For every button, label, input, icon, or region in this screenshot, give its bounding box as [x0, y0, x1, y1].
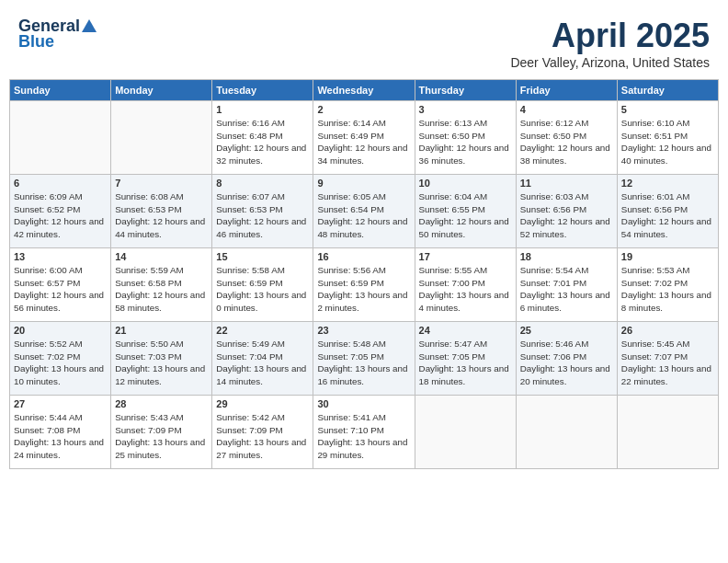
day-number: 25 [520, 325, 613, 336]
table-row: 17Sunrise: 5:55 AM Sunset: 7:00 PM Dayli… [415, 248, 516, 322]
table-row: 7Sunrise: 6:08 AM Sunset: 6:53 PM Daylig… [111, 175, 212, 248]
day-info: Sunrise: 6:09 AM Sunset: 6:52 PM Dayligh… [14, 190, 107, 241]
day-number: 8 [216, 178, 309, 189]
header-sunday: Sunday [10, 80, 111, 101]
day-info: Sunrise: 5:59 AM Sunset: 6:58 PM Dayligh… [115, 264, 208, 315]
calendar-week-row: 6Sunrise: 6:09 AM Sunset: 6:52 PM Daylig… [10, 175, 719, 248]
table-row: 9Sunrise: 6:05 AM Sunset: 6:54 PM Daylig… [313, 175, 415, 248]
table-row: 15Sunrise: 5:58 AM Sunset: 6:59 PM Dayli… [212, 248, 313, 322]
day-number: 28 [115, 398, 208, 409]
day-info: Sunrise: 5:48 AM Sunset: 7:05 PM Dayligh… [317, 338, 410, 388]
table-row [617, 396, 718, 469]
day-number: 19 [621, 251, 714, 262]
day-info: Sunrise: 5:54 AM Sunset: 7:01 PM Dayligh… [520, 264, 613, 315]
day-info: Sunrise: 6:16 AM Sunset: 6:48 PM Dayligh… [216, 117, 309, 167]
table-row: 18Sunrise: 5:54 AM Sunset: 7:01 PM Dayli… [516, 248, 617, 322]
day-number: 3 [419, 104, 512, 115]
calendar-header-row: Sunday Monday Tuesday Wednesday Thursday… [10, 80, 719, 101]
day-info: Sunrise: 6:03 AM Sunset: 6:56 PM Dayligh… [520, 190, 613, 241]
table-row: 11Sunrise: 6:03 AM Sunset: 6:56 PM Dayli… [516, 175, 617, 248]
day-info: Sunrise: 5:47 AM Sunset: 7:05 PM Dayligh… [419, 338, 512, 388]
table-row: 24Sunrise: 5:47 AM Sunset: 7:05 PM Dayli… [415, 322, 516, 396]
month-title: April 2025 [510, 17, 710, 55]
header: General Blue April 2025 Deer Valley, Ari… [9, 9, 719, 74]
day-number: 18 [520, 251, 613, 262]
table-row: 13Sunrise: 6:00 AM Sunset: 6:57 PM Dayli… [10, 248, 111, 322]
day-info: Sunrise: 6:07 AM Sunset: 6:53 PM Dayligh… [216, 190, 309, 241]
day-number: 23 [317, 325, 410, 336]
day-info: Sunrise: 6:04 AM Sunset: 6:55 PM Dayligh… [419, 190, 512, 241]
table-row: 20Sunrise: 5:52 AM Sunset: 7:02 PM Dayli… [10, 322, 111, 396]
day-info: Sunrise: 5:45 AM Sunset: 7:07 PM Dayligh… [621, 338, 714, 388]
day-number: 27 [14, 398, 107, 409]
svg-marker-0 [82, 19, 97, 32]
day-info: Sunrise: 5:49 AM Sunset: 7:04 PM Dayligh… [216, 338, 309, 388]
day-number: 29 [216, 398, 309, 409]
table-row: 3Sunrise: 6:13 AM Sunset: 6:50 PM Daylig… [415, 101, 516, 175]
day-number: 9 [317, 178, 410, 189]
day-number: 16 [317, 251, 410, 262]
logo-blue-text: Blue [18, 32, 54, 52]
table-row: 4Sunrise: 6:12 AM Sunset: 6:50 PM Daylig… [516, 101, 617, 175]
day-number: 17 [419, 251, 512, 262]
day-number: 14 [115, 251, 208, 262]
table-row: 22Sunrise: 5:49 AM Sunset: 7:04 PM Dayli… [212, 322, 313, 396]
day-info: Sunrise: 5:46 AM Sunset: 7:06 PM Dayligh… [520, 338, 613, 388]
header-tuesday: Tuesday [212, 80, 313, 101]
day-number: 20 [14, 325, 107, 336]
table-row: 23Sunrise: 5:48 AM Sunset: 7:05 PM Dayli… [313, 322, 415, 396]
day-info: Sunrise: 6:13 AM Sunset: 6:50 PM Dayligh… [419, 117, 512, 167]
logo-arrow-icon [82, 19, 97, 36]
table-row [415, 396, 516, 469]
day-number: 4 [520, 104, 613, 115]
day-number: 7 [115, 178, 208, 189]
title-area: April 2025 Deer Valley, Arizona, United … [510, 17, 710, 70]
day-number: 21 [115, 325, 208, 336]
day-info: Sunrise: 6:05 AM Sunset: 6:54 PM Dayligh… [317, 190, 410, 241]
header-wednesday: Wednesday [313, 80, 415, 101]
day-number: 11 [520, 178, 613, 189]
logo: General Blue [18, 17, 97, 52]
table-row: 27Sunrise: 5:44 AM Sunset: 7:08 PM Dayli… [10, 396, 111, 469]
day-number: 30 [317, 398, 410, 409]
day-info: Sunrise: 5:56 AM Sunset: 6:59 PM Dayligh… [317, 264, 410, 315]
header-monday: Monday [111, 80, 212, 101]
header-friday: Friday [516, 80, 617, 101]
day-number: 2 [317, 104, 410, 115]
day-info: Sunrise: 6:14 AM Sunset: 6:49 PM Dayligh… [317, 117, 410, 167]
day-info: Sunrise: 6:12 AM Sunset: 6:50 PM Dayligh… [520, 117, 613, 167]
header-thursday: Thursday [415, 80, 516, 101]
day-number: 13 [14, 251, 107, 262]
table-row: 21Sunrise: 5:50 AM Sunset: 7:03 PM Dayli… [111, 322, 212, 396]
day-number: 1 [216, 104, 309, 115]
day-info: Sunrise: 5:58 AM Sunset: 6:59 PM Dayligh… [216, 264, 309, 315]
day-info: Sunrise: 5:41 AM Sunset: 7:10 PM Dayligh… [317, 411, 410, 462]
table-row: 16Sunrise: 5:56 AM Sunset: 6:59 PM Dayli… [313, 248, 415, 322]
day-info: Sunrise: 6:08 AM Sunset: 6:53 PM Dayligh… [115, 190, 208, 241]
table-row: 25Sunrise: 5:46 AM Sunset: 7:06 PM Dayli… [516, 322, 617, 396]
day-info: Sunrise: 5:42 AM Sunset: 7:09 PM Dayligh… [216, 411, 309, 462]
header-saturday: Saturday [617, 80, 718, 101]
table-row [516, 396, 617, 469]
table-row: 1Sunrise: 6:16 AM Sunset: 6:48 PM Daylig… [212, 101, 313, 175]
day-info: Sunrise: 5:43 AM Sunset: 7:09 PM Dayligh… [115, 411, 208, 462]
table-row: 30Sunrise: 5:41 AM Sunset: 7:10 PM Dayli… [313, 396, 415, 469]
table-row [10, 101, 111, 175]
table-row: 29Sunrise: 5:42 AM Sunset: 7:09 PM Dayli… [212, 396, 313, 469]
day-number: 26 [621, 325, 714, 336]
day-info: Sunrise: 5:50 AM Sunset: 7:03 PM Dayligh… [115, 338, 208, 388]
day-info: Sunrise: 5:53 AM Sunset: 7:02 PM Dayligh… [621, 264, 714, 315]
day-info: Sunrise: 5:44 AM Sunset: 7:08 PM Dayligh… [14, 411, 107, 462]
table-row [111, 101, 212, 175]
table-row: 19Sunrise: 5:53 AM Sunset: 7:02 PM Dayli… [617, 248, 718, 322]
day-info: Sunrise: 6:01 AM Sunset: 6:56 PM Dayligh… [621, 190, 714, 241]
calendar-week-row: 1Sunrise: 6:16 AM Sunset: 6:48 PM Daylig… [10, 101, 719, 175]
table-row: 26Sunrise: 5:45 AM Sunset: 7:07 PM Dayli… [617, 322, 718, 396]
day-number: 12 [621, 178, 714, 189]
day-number: 6 [14, 178, 107, 189]
calendar-week-row: 13Sunrise: 6:00 AM Sunset: 6:57 PM Dayli… [10, 248, 719, 322]
day-number: 5 [621, 104, 714, 115]
table-row: 5Sunrise: 6:10 AM Sunset: 6:51 PM Daylig… [617, 101, 718, 175]
day-info: Sunrise: 5:55 AM Sunset: 7:00 PM Dayligh… [419, 264, 512, 315]
day-info: Sunrise: 6:00 AM Sunset: 6:57 PM Dayligh… [14, 264, 107, 315]
